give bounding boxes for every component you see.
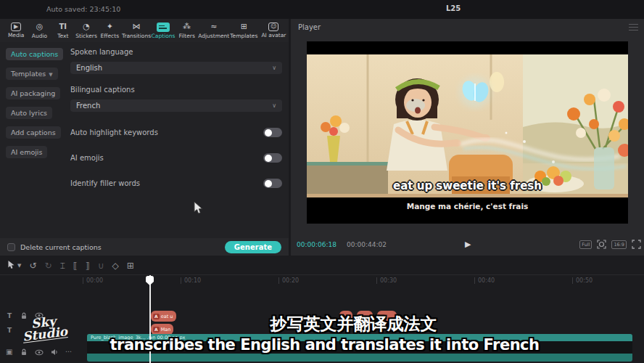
select-tool-chevron[interactable]: ▼	[17, 263, 21, 269]
captions-icon	[157, 23, 170, 32]
filler-words-label: Identify filler words	[70, 179, 140, 187]
split-icon[interactable]: ⌶	[60, 261, 65, 271]
timeline-ruler[interactable]: 00:00 00:10 00:20 00:30 00:40 00:50	[0, 275, 644, 286]
player-panel: Player	[291, 19, 644, 256]
sidebar-item-ai-packaging[interactable]: AI packaging	[6, 87, 60, 99]
panel-footer: Delete current captions Generate	[0, 238, 289, 256]
aspect-ratio-button[interactable]: 16:9	[611, 240, 627, 249]
tab-ai-avatar[interactable]: ☺ AI avatar	[259, 23, 289, 38]
text-icon: TI	[59, 23, 67, 32]
delete-left-icon[interactable]: ⟦	[73, 261, 78, 271]
tab-audio[interactable]: ◎ Audio	[28, 23, 51, 39]
ai-emojis-label: AI emojis	[70, 154, 104, 162]
tab-captions[interactable]: Captions	[152, 23, 176, 39]
player-title: Player	[298, 23, 321, 31]
chevron-down-icon: ▼	[49, 72, 52, 78]
spoken-language-label: Spoken language	[70, 48, 282, 56]
auto-captions-form: Spoken language English ∨ Bilingual capt…	[70, 42, 282, 188]
adjustment-icon: ≈	[210, 23, 217, 32]
project-title: L25	[446, 4, 461, 12]
quality-button[interactable]: Full	[579, 240, 592, 249]
effects-icon: ✦	[107, 23, 113, 32]
select-tool[interactable]	[7, 260, 15, 272]
current-timecode: 00:00:06:18	[297, 241, 337, 248]
mirror-icon[interactable]: ◇	[112, 261, 118, 271]
chevron-down-icon: ∨	[272, 65, 276, 71]
timeline-toolbar: ▼ ↺ ↻ ⌶ ⟦ ⟧ ∪ ◇ ⊞	[0, 258, 142, 273]
captions-panel: Auto captions Templates▼ AI packaging Au…	[0, 42, 289, 256]
tab-filters[interactable]: ⁂ Filters	[175, 23, 198, 39]
auto-highlight-toggle[interactable]	[263, 128, 282, 137]
main-toolbar: ▶ Media ◎ Audio TI Text ◔ Stickers ✦ Eff…	[0, 19, 289, 42]
player-header: Player	[291, 19, 644, 35]
video-preview[interactable]: eat up sweetie it's fresh Mange ma chéri…	[307, 41, 628, 224]
filters-icon: ⁂	[183, 23, 191, 32]
transitions-icon: ⋈	[133, 23, 141, 32]
tab-templates[interactable]: ⊞ Templates	[229, 23, 259, 39]
video-caption-french: Mange ma chérie, c'est frais	[307, 202, 628, 211]
delete-captions-label: Delete current captions	[20, 243, 102, 251]
undo-icon[interactable]: ↺	[29, 261, 36, 271]
tab-adjustment[interactable]: ≈ Adjustment	[199, 23, 229, 39]
generate-button[interactable]: Generate	[225, 241, 281, 253]
fullscreen-icon[interactable]	[632, 240, 641, 249]
spoken-language-select[interactable]: English ∨	[70, 62, 282, 74]
mouse-cursor	[193, 201, 203, 215]
capcut-window: Auto saved: 23:45:10 L25 ▶ Media ◎ Audio…	[0, 0, 644, 363]
delete-right-icon[interactable]: ⟧	[86, 261, 90, 271]
sidebar-item-auto-lyrics[interactable]: Auto lyrics	[6, 107, 52, 119]
ai-avatar-icon: ☺	[268, 23, 278, 31]
sidebar-item-auto-captions[interactable]: Auto captions	[6, 48, 63, 60]
bilingual-captions-label: Bilingual captions	[70, 86, 282, 94]
tab-media[interactable]: ▶ Media	[4, 23, 28, 38]
autosave-status: Auto saved: 23:45:10	[46, 5, 120, 13]
ai-emojis-toggle[interactable]	[263, 153, 282, 163]
title-bar: Auto saved: 23:45:10 L25	[0, 0, 644, 19]
chevron-down-icon: ∨	[272, 102, 276, 109]
redo-icon[interactable]: ↻	[44, 261, 51, 271]
sidebar-item-add-captions[interactable]: Add captions	[6, 126, 61, 139]
video-caption-english: eat up sweetie it's fresh	[307, 179, 628, 192]
bilingual-captions-select[interactable]: French ∨	[70, 99, 282, 112]
tab-transitions[interactable]: ⋈ Transitions	[121, 23, 151, 39]
burned-subtitle-english: transcribes the English and translates i…	[0, 336, 644, 354]
player-menu-icon[interactable]	[629, 24, 638, 33]
video-still	[307, 54, 628, 197]
delete-captions-checkbox[interactable]	[7, 243, 15, 251]
audio-icon: ◎	[36, 23, 44, 32]
play-button[interactable]: ▶	[465, 240, 471, 249]
burned-subtitle-chinese: 抄写英文并翻译成法文	[0, 313, 644, 335]
player-controls: 00:00:06:18 00:00:44:02 ▶ Full 16:9	[291, 238, 644, 251]
filler-words-toggle[interactable]	[263, 179, 282, 188]
sidebar-item-templates[interactable]: Templates▼	[6, 68, 58, 80]
captions-sidebar: Auto captions Templates▼ AI packaging Au…	[6, 46, 64, 163]
preview-focus-icon[interactable]	[597, 240, 606, 249]
templates-icon: ⊞	[241, 23, 247, 32]
video-clip-waveform[interactable]	[87, 354, 632, 362]
tab-effects[interactable]: ✦ Effects	[98, 23, 121, 39]
cover-icon[interactable]: ⊞	[127, 261, 134, 271]
auto-highlight-label: Auto highlight keywords	[70, 129, 158, 136]
tab-text[interactable]: TI Text	[51, 23, 75, 39]
magnet-icon[interactable]: ∪	[98, 261, 104, 271]
sidebar-item-ai-emojis[interactable]: AI emojis	[6, 146, 47, 158]
tab-stickers[interactable]: ◔ Stickers	[75, 23, 98, 39]
media-icon: ▶	[11, 23, 21, 31]
stickers-icon: ◔	[83, 23, 90, 32]
total-timecode: 00:00:44:02	[347, 241, 387, 248]
